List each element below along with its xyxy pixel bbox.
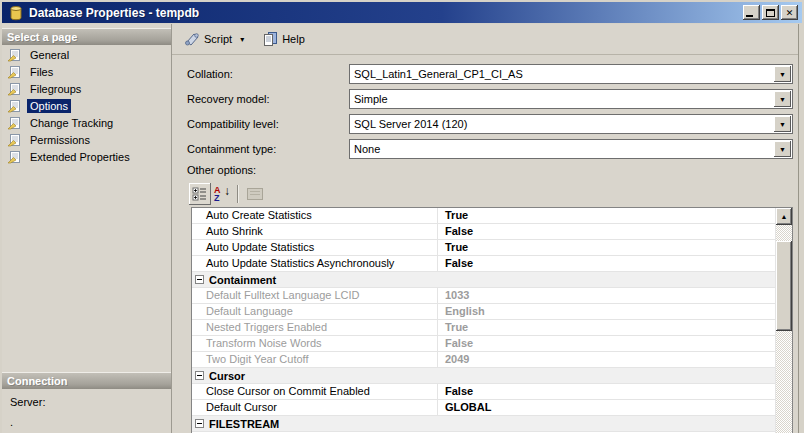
script-dropdown-arrow[interactable]: ▾ xyxy=(236,35,248,44)
property-row[interactable]: Close Cursor on Commit EnabledFalse xyxy=(192,384,775,400)
window-title: Database Properties - tempdb xyxy=(29,6,741,20)
property-value[interactable]: False xyxy=(438,384,775,399)
connection-header: Connection xyxy=(2,372,171,389)
help-label: Help xyxy=(282,33,305,45)
sidebar-item-extended-properties[interactable]: Extended Properties xyxy=(2,148,171,165)
property-row[interactable]: Default CursorGLOBAL xyxy=(192,400,775,416)
titlebar[interactable]: Database Properties - tempdb ✕ xyxy=(2,2,802,23)
property-row[interactable]: Auto Update StatisticsTrue xyxy=(192,240,775,256)
toolbar-separator xyxy=(237,185,238,203)
close-icon: ✕ xyxy=(786,8,794,18)
maximize-icon xyxy=(766,9,775,17)
collapse-icon[interactable] xyxy=(195,419,204,428)
scroll-up-icon[interactable]: ▲ xyxy=(776,208,792,225)
property-name: Auto Update Statistics xyxy=(192,240,438,255)
alphabetical-sort-button[interactable]: A Z ↓ xyxy=(211,183,233,205)
grid-toolbar: A Z ↓ xyxy=(189,182,266,206)
property-pages-icon xyxy=(247,188,263,200)
containment-type-value: None xyxy=(354,140,772,158)
sidebar-item-permissions[interactable]: Permissions xyxy=(2,131,171,148)
property-value[interactable]: True xyxy=(438,208,775,223)
containment-type-combobox[interactable]: None ▼ xyxy=(349,139,793,159)
category-row[interactable]: Cursor xyxy=(192,368,775,384)
property-value[interactable]: True xyxy=(438,240,775,255)
sidebar-item-general[interactable]: General xyxy=(2,46,171,63)
sidebar-item-label: Extended Properties xyxy=(27,150,133,164)
property-name: Default Fulltext Language LCID xyxy=(192,288,438,303)
property-value[interactable]: False xyxy=(438,256,775,271)
minimize-button[interactable] xyxy=(743,5,760,20)
property-row: Transform Noise WordsFalse xyxy=(192,336,775,352)
help-icon xyxy=(262,31,278,47)
sidebar-item-options[interactable]: Options xyxy=(2,97,171,114)
sort-az-icon: A Z ↓ xyxy=(214,186,230,202)
category-label: FILESTREAM xyxy=(209,418,279,430)
server-label: Server: xyxy=(10,396,45,408)
recovery-model-combobox[interactable]: Simple ▼ xyxy=(349,89,793,109)
help-button[interactable]: Help xyxy=(258,29,309,49)
collapse-icon[interactable] xyxy=(195,275,204,284)
category-row[interactable]: FILESTREAM xyxy=(192,416,775,432)
recovery-model-value: Simple xyxy=(354,90,772,108)
compatibility-level-label: Compatibility level: xyxy=(187,114,279,134)
property-value: 2049 xyxy=(438,352,775,367)
database-icon xyxy=(8,5,24,21)
category-row[interactable]: Containment xyxy=(192,272,775,288)
collapse-icon[interactable] xyxy=(195,371,204,380)
chevron-down-icon[interactable]: ▼ xyxy=(774,91,791,107)
property-value[interactable]: GLOBAL xyxy=(438,400,775,415)
property-value: 1033 xyxy=(438,288,775,303)
page-icon xyxy=(7,82,21,96)
close-button[interactable]: ✕ xyxy=(781,5,798,20)
grid-scrollbar[interactable]: ▲ xyxy=(775,208,792,433)
server-value: . xyxy=(10,416,13,428)
page-icon xyxy=(7,48,21,62)
scrollbar-thumb[interactable] xyxy=(776,241,792,331)
property-value[interactable]: False xyxy=(438,224,775,239)
property-name: Two Digit Year Cutoff xyxy=(192,352,438,367)
categorized-button[interactable] xyxy=(189,183,211,205)
collation-combobox[interactable]: SQL_Latin1_General_CP1_CI_AS ▼ xyxy=(349,64,793,84)
main-panel: Script ▾ Help Collation: SQL_Latin1_Gene… xyxy=(171,24,798,433)
dialog-toolbar: Script ▾ Help xyxy=(172,24,798,55)
property-grid-rows: Auto Create StatisticsTrueAuto ShrinkFal… xyxy=(192,208,775,432)
categorized-icon xyxy=(192,186,208,202)
maximize-button[interactable] xyxy=(762,5,779,20)
property-row: Two Digit Year Cutoff2049 xyxy=(192,352,775,368)
property-name: Default Language xyxy=(192,304,438,319)
category-label: Cursor xyxy=(209,370,245,382)
sidebar-item-filegroups[interactable]: Filegroups xyxy=(2,80,171,97)
property-value: False xyxy=(438,336,775,351)
property-name: Auto Update Statistics Asynchronously xyxy=(192,256,438,271)
collation-label: Collation: xyxy=(187,64,233,84)
property-name: Close Cursor on Commit Enabled xyxy=(192,384,438,399)
property-name: Default Cursor xyxy=(192,400,438,415)
script-button[interactable]: Script xyxy=(180,29,236,49)
chevron-down-icon[interactable]: ▼ xyxy=(774,116,791,132)
database-properties-dialog: Database Properties - tempdb ✕ Select a … xyxy=(0,0,804,433)
compatibility-level-combobox[interactable]: SQL Server 2014 (120) ▼ xyxy=(349,114,793,134)
chevron-down-icon[interactable]: ▼ xyxy=(774,66,791,82)
property-row: Default Fulltext Language LCID1033 xyxy=(192,288,775,304)
property-row: Nested Triggers EnabledTrue xyxy=(192,320,775,336)
property-row[interactable]: Auto ShrinkFalse xyxy=(192,224,775,240)
recovery-model-label: Recovery model: xyxy=(187,89,270,109)
containment-type-label: Containment type: xyxy=(187,139,276,159)
property-pages-button-disabled xyxy=(244,183,266,205)
sidebar-item-label: Files xyxy=(27,65,56,79)
sidebar-item-label: Filegroups xyxy=(27,82,84,96)
property-value: English xyxy=(438,304,775,319)
property-row[interactable]: Auto Create StatisticsTrue xyxy=(192,208,775,224)
property-row[interactable]: Auto Update Statistics AsynchronouslyFal… xyxy=(192,256,775,272)
select-a-page-header: Select a page xyxy=(2,28,171,45)
collation-value: SQL_Latin1_General_CP1_CI_AS xyxy=(354,65,772,83)
sidebar-item-label: Options xyxy=(27,99,71,113)
sidebar: Select a page GeneralFilesFilegroupsOpti… xyxy=(2,24,171,433)
script-icon xyxy=(184,31,200,47)
page-nav: GeneralFilesFilegroupsOptionsChange Trac… xyxy=(2,46,171,165)
property-name: Auto Shrink xyxy=(192,224,438,239)
sidebar-item-label: Permissions xyxy=(27,133,93,147)
sidebar-item-files[interactable]: Files xyxy=(2,63,171,80)
sidebar-item-change-tracking[interactable]: Change Tracking xyxy=(2,114,171,131)
chevron-down-icon[interactable]: ▼ xyxy=(774,141,791,157)
